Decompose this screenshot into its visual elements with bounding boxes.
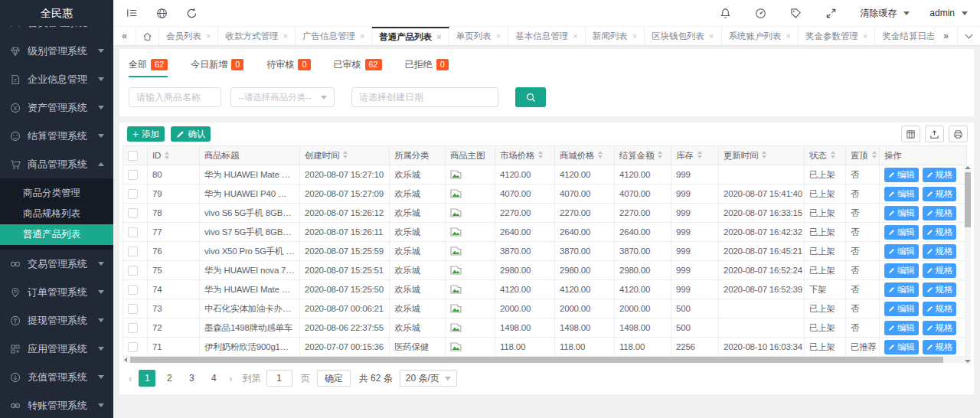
close-icon[interactable]: × [632, 31, 637, 41]
columns-icon[interactable] [901, 126, 920, 142]
close-icon[interactable]: × [496, 31, 501, 41]
edit-button[interactable]: 编辑 [884, 263, 919, 278]
fullscreen-icon[interactable] [825, 7, 837, 19]
edit-button[interactable]: 编辑 [884, 206, 919, 220]
row-checkbox[interactable] [128, 323, 138, 333]
close-icon[interactable]: × [436, 32, 441, 41]
clear-cache-dropdown[interactable]: 清除缓存 [860, 7, 910, 20]
filter-tab-已拒绝[interactable]: 已拒绝0 [405, 58, 449, 77]
prev-page-button[interactable]: ‹ [127, 373, 133, 384]
sort-icon[interactable] [538, 151, 543, 158]
page-button-2[interactable]: 2 [161, 370, 178, 387]
page-button-4[interactable]: 4 [205, 370, 222, 387]
column-header-库存[interactable]: 库存 [671, 146, 719, 165]
tabs-scroll-right-button[interactable]: » [934, 27, 957, 45]
print-icon[interactable] [949, 126, 968, 142]
tab-单页列表[interactable]: 单页列表× [449, 27, 508, 45]
refresh-icon[interactable] [185, 7, 198, 19]
sort-icon[interactable] [697, 151, 702, 158]
spec-button[interactable]: 规格 [923, 187, 957, 201]
tabs-scroll-left-button[interactable]: « [113, 27, 136, 45]
vertical-scroll-thumb[interactable] [965, 172, 971, 227]
home-tab-button[interactable] [136, 27, 159, 45]
page-button-1[interactable]: 1 [139, 370, 155, 387]
confirm-button[interactable]: 确认 [171, 126, 211, 142]
tab-奖金参数管理[interactable]: 奖金参数管理× [799, 27, 875, 45]
page-button-3[interactable]: 3 [183, 370, 200, 387]
close-icon[interactable]: × [573, 31, 577, 41]
row-checkbox[interactable] [128, 285, 138, 295]
column-header-置顶[interactable]: 置顶 [846, 146, 880, 165]
fold-icon[interactable] [126, 7, 138, 19]
per-page-select[interactable]: 20 条/页 [400, 370, 457, 387]
sidebar-item[interactable]: 转账管理系统 [0, 391, 113, 418]
edit-button[interactable]: 编辑 [884, 168, 919, 182]
filter-tab-待审核[interactable]: 待审核0 [266, 58, 310, 77]
spec-button[interactable]: 规格 [923, 244, 957, 259]
bell-icon[interactable] [719, 7, 731, 19]
sidebar-item[interactable]: 资产管理系统 [0, 93, 113, 122]
close-icon[interactable]: × [863, 31, 867, 41]
scroll-left-arrow-icon[interactable] [124, 358, 127, 362]
sidebar-item[interactable]: 交易管理系统 [0, 250, 113, 278]
category-select[interactable]: --请选择商品分类-- [230, 87, 335, 107]
close-icon[interactable]: × [283, 31, 287, 41]
sort-icon[interactable] [598, 151, 603, 158]
close-icon[interactable]: × [360, 31, 364, 41]
product-name-input[interactable]: 请输入商品名称 [129, 87, 221, 107]
sidebar-subitem[interactable]: 普通产品列表 [0, 224, 113, 245]
edit-button[interactable]: 编辑 [884, 225, 919, 240]
column-header-结算金额[interactable]: 结算金额 [615, 146, 671, 165]
spec-button[interactable]: 规格 [923, 263, 957, 278]
gauge-icon[interactable] [754, 7, 766, 19]
column-header-状态[interactable]: 状态 [805, 146, 846, 165]
horizontal-scroll-thumb[interactable] [130, 357, 943, 363]
sidebar-item[interactable]: 级别管理系统 [0, 37, 113, 65]
scroll-up-arrow-icon[interactable] [965, 166, 971, 169]
sidebar-subitem[interactable]: 商品分类管理 [0, 183, 113, 204]
tab-会员列表[interactable]: 会员列表× [159, 27, 218, 45]
sidebar-item[interactable]: 会员管理系统 [0, 26, 113, 37]
spec-button[interactable]: 规格 [923, 302, 957, 316]
vertical-scrollbar[interactable] [965, 165, 971, 364]
spec-button[interactable]: 规格 [923, 206, 957, 220]
sort-icon[interactable] [762, 151, 766, 158]
filter-tab-今日新增[interactable]: 今日新增0 [191, 58, 243, 77]
sidebar-item[interactable]: 充值管理系统 [0, 363, 113, 391]
column-header-ID[interactable]: ID [148, 146, 200, 165]
edit-button[interactable]: 编辑 [884, 302, 919, 316]
jump-page-input[interactable]: 1 [266, 370, 292, 387]
edit-button[interactable]: 编辑 [884, 282, 919, 297]
jump-confirm-button[interactable]: 确定 [317, 370, 351, 387]
row-checkbox[interactable] [128, 304, 138, 314]
sidebar-subitem[interactable]: 商品规格列表 [0, 204, 113, 224]
tab-普通产品列表[interactable]: 普通产品列表× [372, 27, 449, 45]
scroll-down-arrow-icon[interactable] [965, 360, 971, 363]
column-header-商城价格[interactable]: 商城价格 [555, 146, 615, 165]
spec-button[interactable]: 规格 [923, 282, 957, 297]
column-header-创建时间[interactable]: 创建时间 [300, 146, 390, 165]
edit-button[interactable]: 编辑 [884, 340, 919, 354]
row-checkbox[interactable] [128, 266, 138, 276]
tabs-menu-button[interactable] [957, 27, 980, 45]
tab-奖金结算日志[interactable]: 奖金结算日志× [875, 27, 934, 45]
tab-新闻列表[interactable]: 新闻列表× [586, 27, 645, 45]
select-all-checkbox[interactable] [128, 151, 138, 161]
edit-button[interactable]: 编辑 [884, 187, 919, 201]
globe-icon[interactable] [155, 7, 168, 19]
filter-tab-全部[interactable]: 全部62 [129, 58, 168, 77]
sort-icon[interactable] [165, 152, 169, 159]
edit-button[interactable]: 编辑 [884, 321, 919, 335]
row-checkbox[interactable] [128, 227, 138, 237]
tab-系统账户列表[interactable]: 系统账户列表× [722, 27, 799, 45]
horizontal-scrollbar[interactable] [122, 357, 971, 363]
sidebar-item[interactable]: 应用管理系统 [0, 335, 113, 363]
row-checkbox[interactable] [128, 189, 138, 199]
close-icon[interactable]: × [206, 31, 211, 41]
filter-tab-已审核[interactable]: 已审核62 [334, 58, 382, 77]
tab-广告信息管理[interactable]: 广告信息管理× [296, 27, 372, 45]
sidebar-item[interactable]: 企业信息管理 [0, 65, 113, 93]
sort-icon[interactable] [831, 151, 835, 158]
close-icon[interactable]: × [786, 31, 791, 41]
export-icon[interactable] [925, 126, 944, 142]
